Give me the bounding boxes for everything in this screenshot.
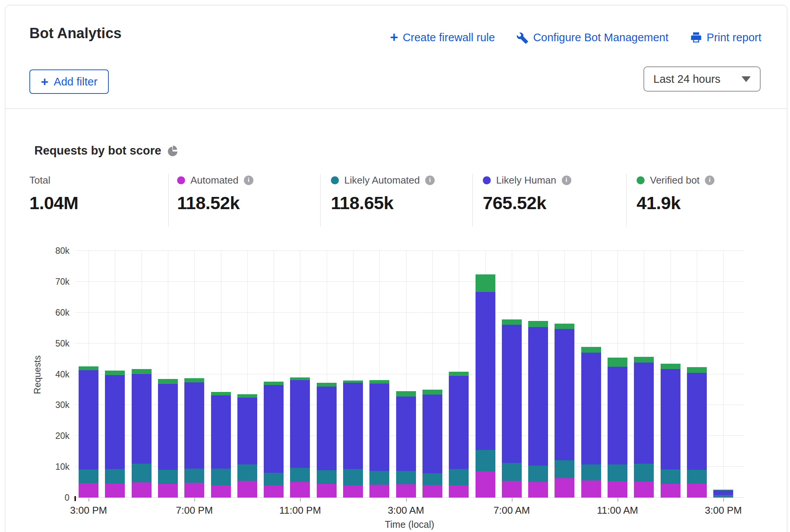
divider bbox=[320, 174, 321, 227]
print-report-label: Print report bbox=[707, 31, 761, 44]
stat-total-value: 1.04M bbox=[29, 192, 78, 213]
automated-dot bbox=[177, 176, 185, 184]
stat-verified-bot-value: 41.9k bbox=[637, 192, 714, 213]
chevron-down-icon bbox=[742, 76, 751, 82]
wrench-icon bbox=[516, 31, 529, 44]
stat-likely-human-value: 765.52k bbox=[483, 192, 571, 213]
print-report-link[interactable]: Print report bbox=[690, 31, 761, 44]
time-range-select[interactable]: Last 24 hours bbox=[643, 66, 761, 92]
divider bbox=[168, 174, 169, 227]
plus-icon: + bbox=[41, 75, 48, 88]
header-actions: + Create firewall rule Configure Bot Man… bbox=[390, 31, 761, 44]
bot-analytics-page: Bot Analytics + Create firewall rule Con… bbox=[0, 0, 790, 532]
create-firewall-rule-link[interactable]: + Create firewall rule bbox=[390, 31, 495, 44]
stat-total: Total 1.04M bbox=[29, 174, 78, 213]
stat-likely-automated: Likely Automated i 118.65k bbox=[331, 174, 435, 213]
stat-automated-value: 118.52k bbox=[177, 192, 253, 213]
card-header: Bot Analytics + Create firewall rule Con… bbox=[5, 5, 787, 109]
verified-bot-dot bbox=[637, 176, 645, 184]
add-filter-button[interactable]: + Add filter bbox=[29, 69, 109, 94]
divider bbox=[472, 174, 473, 227]
info-icon[interactable]: i bbox=[705, 176, 714, 185]
stat-automated-label: Automated bbox=[190, 174, 239, 186]
stats-row: Total 1.04M Automated i 118.52k Likely A… bbox=[5, 174, 787, 227]
stat-likely-human-label: Likely Human bbox=[496, 174, 556, 186]
divider bbox=[626, 174, 627, 227]
stat-total-label: Total bbox=[29, 174, 50, 186]
section-title-row: Requests by bot score bbox=[34, 144, 179, 158]
analytics-card: Bot Analytics + Create firewall rule Con… bbox=[5, 5, 787, 532]
pie-chart-icon bbox=[167, 145, 179, 156]
page-title: Bot Analytics bbox=[29, 25, 121, 42]
info-icon[interactable]: i bbox=[562, 176, 571, 185]
section-title: Requests by bot score bbox=[34, 144, 161, 158]
info-icon[interactable]: i bbox=[244, 176, 253, 185]
stat-verified-bot-label: Verified bot bbox=[650, 174, 700, 186]
likely-automated-dot bbox=[331, 176, 339, 184]
info-icon[interactable]: i bbox=[425, 176, 435, 185]
time-range-value: Last 24 hours bbox=[653, 73, 721, 85]
stat-likely-human: Likely Human i 765.52k bbox=[483, 174, 571, 213]
stat-automated: Automated i 118.52k bbox=[177, 174, 253, 213]
create-firewall-rule-label: Create firewall rule bbox=[403, 31, 495, 44]
stat-verified-bot: Verified bot i 41.9k bbox=[637, 174, 714, 213]
stat-likely-automated-label: Likely Automated bbox=[344, 174, 420, 186]
add-filter-label: Add filter bbox=[54, 76, 97, 88]
configure-bot-management-label: Configure Bot Management bbox=[533, 31, 669, 44]
likely-human-dot bbox=[483, 176, 491, 184]
plus-icon: + bbox=[390, 31, 398, 44]
printer-icon bbox=[690, 31, 702, 44]
configure-bot-management-link[interactable]: Configure Bot Management bbox=[516, 31, 669, 44]
stat-likely-automated-value: 118.65k bbox=[331, 192, 435, 213]
